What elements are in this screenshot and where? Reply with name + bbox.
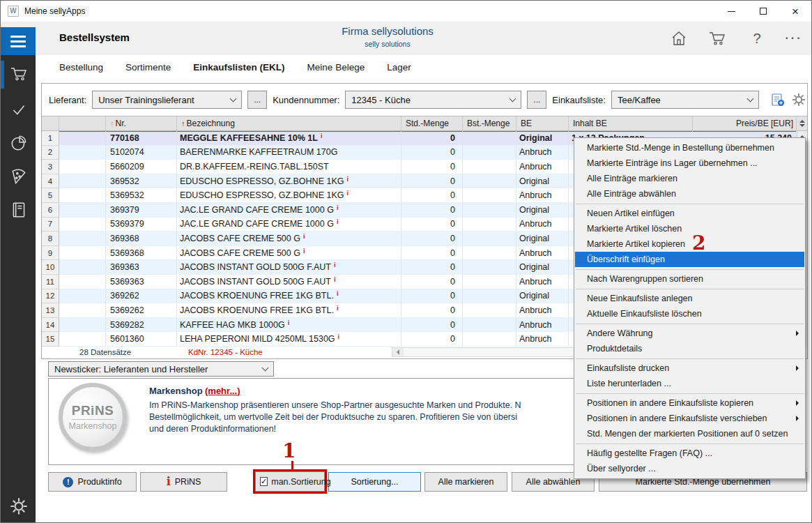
- column-header[interactable]: [59, 116, 106, 130]
- tab-lager[interactable]: Lager: [387, 62, 411, 73]
- chevron-down-icon: [262, 364, 269, 371]
- kundennummer-label: Kundennummer:: [273, 95, 339, 105]
- info-marker-icon[interactable]: i: [346, 176, 348, 183]
- produktinfo-button[interactable]: ! Produktinfo: [48, 472, 137, 492]
- menu-item[interactable]: Markierte Artikel kopieren: [574, 236, 805, 252]
- table-cell: Original: [516, 232, 569, 246]
- cart-button[interactable]: [701, 22, 733, 55]
- maximize-button[interactable]: [747, 1, 779, 22]
- home-button[interactable]: [663, 22, 695, 55]
- table-cell: 0: [401, 146, 463, 160]
- tab-meine-belege[interactable]: Meine Belege: [307, 62, 365, 73]
- menu-item[interactable]: Nach Warengruppen sortieren: [574, 271, 805, 287]
- einkaufsliste-select[interactable]: Tee/Kaffee: [611, 91, 759, 109]
- menu-item[interactable]: Markierte Std.-Menge in Bestellung übern…: [574, 140, 805, 156]
- column-header[interactable]: ↑Nr.: [106, 116, 177, 130]
- tab-sortimente[interactable]: Sortimente: [125, 62, 171, 73]
- table-cell: 0: [401, 203, 463, 218]
- tab-einkaufslisten-ekl-[interactable]: Einkaufslisten (EKL): [193, 62, 284, 73]
- menu-item[interactable]: Häufig gestellte Fragen (FAQ) ...: [574, 446, 805, 461]
- menu-item[interactable]: Liste herunterladen ...: [574, 376, 805, 391]
- menu-item[interactable]: Über sellyorder ...: [574, 461, 805, 476]
- info-marker-icon[interactable]: i: [346, 190, 348, 197]
- menu-item[interactable]: Positionen in andere Einkaufsliste kopie…: [574, 395, 805, 411]
- scroll-left-icon[interactable]: [392, 348, 404, 356]
- page-title: Bestellsystem: [59, 31, 130, 43]
- sidebar-item-catalog[interactable]: [10, 201, 28, 219]
- info-marker-icon[interactable]: i: [303, 248, 305, 255]
- table-cell: 0: [401, 318, 463, 333]
- row-number: 2: [42, 146, 59, 160]
- info-marker-icon[interactable]: i: [334, 262, 336, 268]
- table-cell: 0: [401, 174, 463, 189]
- column-header[interactable]: Bst.-Menge: [463, 116, 516, 130]
- tab-bestellung[interactable]: Bestellung: [59, 62, 103, 73]
- menu-item[interactable]: Neuen Artikel einfügen: [574, 206, 805, 221]
- info-marker-icon[interactable]: i: [337, 204, 339, 211]
- menu-item[interactable]: Markierte Einträge ins Lager übernehmen …: [574, 156, 805, 171]
- menu-item[interactable]: Aktuelle Einkaufsliste löschen: [574, 306, 805, 321]
- column-sort-menu[interactable]: [797, 116, 807, 130]
- sidebar-item-cart[interactable]: [10, 65, 28, 83]
- table-cell: [59, 260, 106, 275]
- row-number: 8: [42, 232, 59, 246]
- table-cell: 5660209: [106, 160, 177, 174]
- menu-item[interactable]: Andere Währung: [574, 326, 805, 341]
- column-header[interactable]: Preis/BE [EUR]: [693, 116, 797, 130]
- minimize-button[interactable]: [715, 1, 747, 22]
- menu-item[interactable]: Positionen in andere Einkaufsliste versc…: [574, 411, 805, 426]
- help-button[interactable]: ?: [741, 22, 773, 55]
- menu-separator: [576, 204, 804, 204]
- menu-item[interactable]: Alle Einträge abwählen: [574, 186, 805, 202]
- sidebar-item-pizza[interactable]: [10, 167, 28, 185]
- more-button[interactable]: ···: [778, 22, 810, 55]
- row-number: 5: [42, 188, 59, 203]
- hamburger-menu-button[interactable]: [1, 27, 36, 55]
- table-cell: [59, 318, 106, 333]
- table-cell: 5369379: [106, 218, 177, 232]
- tab-bar: BestellungSortimenteEinkaufslisten (EKL)…: [59, 62, 411, 73]
- info-marker-icon[interactable]: i: [337, 305, 339, 312]
- kundennummer-browse-button[interactable]: ...: [527, 91, 546, 109]
- settings-button[interactable]: [791, 92, 806, 107]
- product-name: JACOBS CAFE CREME 500 G: [180, 248, 300, 258]
- badge-title: PRiNS: [72, 403, 114, 420]
- column-header[interactable]: Std.-Menge: [401, 116, 463, 130]
- info-marker-icon[interactable]: i: [337, 218, 339, 225]
- menu-item[interactable]: Alle Einträge markieren: [574, 171, 805, 186]
- menu-item[interactable]: Neue Einkaufsliste anlegen: [574, 291, 805, 306]
- table-cell: [59, 188, 106, 203]
- menu-item[interactable]: Überschrift einfügen: [575, 252, 804, 267]
- sidebar-item-settings[interactable]: [10, 497, 28, 515]
- lieferant-select[interactable]: Unser Trainingslieferant: [92, 91, 242, 109]
- info-marker-icon[interactable]: i: [337, 290, 339, 297]
- newsticker-select[interactable]: Newsticker: Lieferanten und Hersteller: [48, 361, 274, 377]
- info-marker-icon[interactable]: i: [288, 319, 290, 326]
- alle-markieren-button[interactable]: Alle markieren: [424, 472, 507, 492]
- info-marker-icon[interactable]: i: [321, 132, 323, 139]
- add-list-button[interactable]: [770, 92, 786, 107]
- column-header[interactable]: BE: [516, 116, 569, 130]
- info-marker-icon[interactable]: i: [303, 233, 305, 240]
- column-header[interactable]: Inhalt BE: [569, 116, 693, 130]
- menu-item[interactable]: Einkaufsliste drucken: [574, 361, 805, 376]
- prins-button[interactable]: i PRiNS: [140, 472, 227, 492]
- info-marker-icon[interactable]: i: [338, 333, 340, 340]
- sidebar-item-statistics[interactable]: [10, 134, 28, 152]
- man-sortierung-checkbox[interactable]: ✓ man.Sortierung: [255, 471, 325, 492]
- menu-item[interactable]: Produktdetails: [574, 341, 805, 356]
- lieferant-browse-button[interactable]: ...: [247, 91, 267, 109]
- info-marker-icon[interactable]: i: [334, 276, 336, 283]
- sortierung-button[interactable]: Sortierung...: [328, 472, 421, 492]
- menu-item[interactable]: Std. Mengen der markierten Positionen au…: [574, 426, 805, 441]
- column-header[interactable]: ↑Bezeichnung: [177, 116, 401, 130]
- kundennummer-select[interactable]: 12345 - Küche: [345, 91, 521, 109]
- column-header[interactable]: [42, 116, 59, 130]
- checkbox-checked-icon: ✓: [260, 477, 268, 486]
- submenu-arrow-icon: [796, 365, 799, 371]
- close-button[interactable]: ×: [779, 1, 811, 22]
- sidebar-item-check[interactable]: [10, 100, 28, 119]
- menu-item[interactable]: Markierte Artikel löschen: [574, 221, 805, 236]
- table-cell: JAC.LE GRAND CAFE CREME 1000 Gi: [177, 203, 401, 218]
- markenshop-more-link[interactable]: (mehr...): [205, 386, 240, 396]
